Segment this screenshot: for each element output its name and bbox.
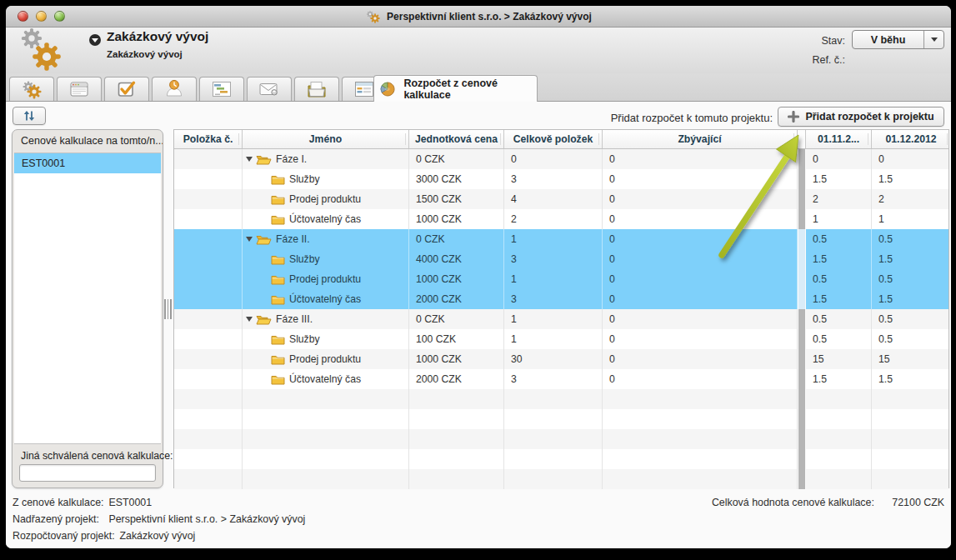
row-unit-price [409,409,504,429]
row-name: Účtovatelný čas [289,369,361,389]
row-period-2: 2 [872,189,950,209]
table-section-divider [798,149,806,169]
other-calc-label: Jiná schválená cenová kalkulace: [21,450,173,462]
table-row[interactable]: Účtovatelný čas 1000 CZK 2 0 1 1 [174,209,948,229]
cell-name [243,449,409,469]
table-row[interactable] [174,429,948,449]
table-row[interactable] [174,389,948,409]
row-remaining: 0 [603,249,798,269]
tab-tasks[interactable] [104,77,149,101]
expander-triangle-icon[interactable] [246,157,253,162]
cell-name: Služby [243,329,409,349]
table-row[interactable] [174,469,948,489]
sidebar-list[interactable]: EST0001 [14,152,161,444]
row-total-items: 2 [504,209,603,229]
folder-icon [271,274,285,285]
app-window-icon [68,79,90,99]
cell-item-number [174,289,243,309]
tab-time[interactable] [152,77,197,101]
row-unit-price: 100 CZK [409,329,504,349]
tab-overview[interactable] [57,77,102,101]
column-header[interactable]: 01.12.2012 [872,130,950,148]
table-row[interactable]: Prodej produktu 1500 CZK 4 0 2 2 [174,189,948,209]
row-total-items: 3 [504,289,603,309]
title-menu-button[interactable] [89,34,101,46]
folder-icon [271,174,285,185]
row-total-items [504,389,603,409]
titlebar[interactable]: Perspektivní klient s.r.o. > Zakázkový v… [6,6,951,28]
panel-splitter-handle[interactable] [164,299,172,319]
titlebar-gear-icon [365,9,382,24]
chevron-down-icon [924,38,943,42]
row-period-2: 0 [872,149,950,169]
sync-arrows-icon [22,109,37,122]
column-header[interactable]: Jednotková cena [409,130,504,148]
folder-icon [271,354,285,365]
row-period-2: 1.5 [872,169,950,189]
status-dropdown[interactable]: V běhu [852,30,944,49]
tab-messages[interactable] [247,77,292,101]
table-row[interactable]: Účtovatelný čas 2000 CZK 3 0 1.5 1.5 [174,369,948,389]
table-row[interactable]: Služby 100 CZK 1 0 0.5 0.5 [174,329,948,349]
tab-gantt[interactable] [199,77,244,101]
cell-item-number [174,209,243,229]
table-row[interactable]: Služby 4000 CZK 3 0 1.5 1.5 [174,249,948,269]
table-row[interactable]: Fáze II. 0 CZK 1 0 0.5 0.5 [174,229,948,249]
table-row[interactable]: Fáze I. 0 CZK 0 0 0 0 [174,149,948,169]
from-calc-value: EST0001 [108,497,152,508]
task-check-icon [116,79,138,99]
cell-item-number [174,309,243,329]
expander-triangle-icon[interactable] [246,237,253,242]
column-header[interactable]: 01.11.2... [806,130,872,148]
add-budget-button-label: Přidat rozpočet k projektu [805,111,933,122]
table-row[interactable]: Prodej produktu 1000 CZK 30 0 15 15 [174,349,948,369]
table-row[interactable] [174,409,948,429]
row-remaining: 0 [603,209,798,229]
table-row[interactable] [174,449,948,469]
row-period-1 [806,449,872,469]
folder-icon [256,154,272,165]
row-unit-price [409,449,504,469]
row-unit-price: 1500 CZK [409,189,504,209]
cell-item-number [174,369,243,389]
table-row[interactable]: Služby 3000 CZK 3 0 1.5 1.5 [174,169,948,189]
cell-name: Účtovatelný čas [243,369,409,389]
cell-name [243,389,409,409]
column-header[interactable]: Zbývající [603,130,798,148]
tab-settings[interactable] [9,77,54,101]
app-window: Perspektivní klient s.r.o. > Zakázkový v… [6,6,951,548]
from-calc-label: Z cenové kalkulace: [13,497,106,508]
column-header[interactable]: Celkově položek [504,130,603,148]
row-period-1: 1.5 [806,249,872,269]
row-unit-price: 1000 CZK [409,269,504,289]
column-header[interactable]: Položka č. [174,130,243,148]
row-unit-price: 1000 CZK [409,349,504,369]
table-section-divider [798,209,806,229]
column-header[interactable]: Jméno [243,130,409,148]
other-calc-input[interactable] [19,464,156,482]
tab-documents[interactable] [294,77,339,101]
refresh-button[interactable] [13,107,46,125]
row-remaining [603,449,798,469]
cell-name: Prodej produktu [243,189,409,209]
row-unit-price: 0 CZK [409,309,504,329]
gears-icon [21,79,43,99]
mail-icon [258,79,280,99]
cell-name: Služby [243,249,409,269]
gantt-chart-icon [211,79,233,99]
budget-table: Položka č.JménoJednotková cenaCelkově po… [173,129,949,488]
add-budget-button[interactable]: Přidat rozpočet k projektu [778,107,944,127]
footer-from-calc: Z cenové kalkulace: EST0001 [13,497,152,508]
row-period-1 [806,409,872,429]
header-divider [798,130,806,148]
folder-icon [271,194,285,205]
row-unit-price [409,389,504,409]
table-row[interactable]: Účtovatelný čas 2000 CZK 3 0 1.5 1.5 [174,289,948,309]
tab-budget-active[interactable]: Rozpočet z cenové kalkulace [373,75,538,102]
cell-item-number [174,169,243,189]
expander-triangle-icon[interactable] [246,317,253,322]
sidebar-item[interactable]: EST0001 [14,153,161,173]
table-row[interactable]: Prodej produktu 1000 CZK 1 0 0.5 0.5 [174,269,948,289]
table-row[interactable]: Fáze III. 0 CZK 1 0 0.5 0.5 [174,309,948,329]
table-section-divider [798,329,806,349]
